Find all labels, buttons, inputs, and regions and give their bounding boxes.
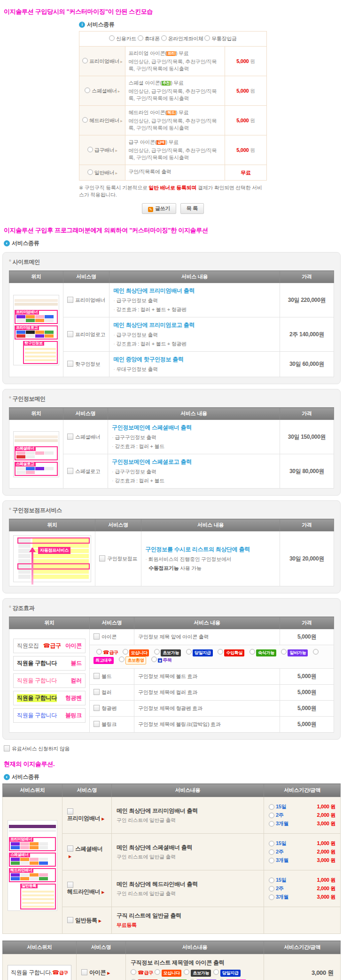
col-position: 위치 [9, 519, 95, 531]
red-arrow-icon: ▶ [69, 854, 71, 859]
top-service-block: i 서비스종류 신용카드 휴대폰 온라인계좌이체 무통장입금 프리미엄배너▸ 프… [79, 21, 267, 214]
price-value: 5,000 [236, 88, 249, 94]
thumb-premium-logo-area: 프리미엄로고 [15, 325, 58, 340]
radio-urgent-banner[interactable] [87, 147, 93, 152]
payment-mobile-label: 휴대폰 [145, 36, 160, 41]
red-arrow-icon: ▶ [101, 817, 104, 821]
jump-thumbnail: 자동점프서비스 [13, 535, 91, 582]
radio-online-transfer[interactable] [161, 35, 167, 41]
service-desc-line2: 메인상단, 급구인/직목록, 추천구인/직목록, 구인/직목록에 동시출력 [128, 88, 222, 102]
radio-badge-mosim[interactable] [155, 969, 160, 975]
red-arrow-icon: ▶ [99, 919, 101, 923]
price-free: 무료 [241, 170, 250, 175]
checkbox-color-effect[interactable] [94, 689, 100, 695]
checkbox-cur-icon[interactable] [81, 969, 87, 975]
service-name: 컬러 [101, 689, 111, 695]
checkbox-cur-special-banner[interactable] [67, 846, 73, 852]
radio-badge-chobo[interactable] [184, 969, 189, 975]
radio-headline-banner[interactable] [82, 117, 88, 123]
payment-method-row: 신용카드 휴대폰 온라인계좌이체 무통장입금 [79, 32, 267, 47]
service-desc: 스페셜 아이콘( [128, 80, 161, 86]
radio-badge-choego[interactable] [313, 649, 319, 655]
checkbox-cur-normal-register[interactable] [67, 917, 73, 923]
free-register-label: 무료등록 [117, 922, 259, 929]
join-main-thumbnail: 스페셜배너 스페셜로고 [13, 431, 59, 477]
radio-badge-suip[interactable] [218, 649, 223, 655]
checkbox-special-banner[interactable] [67, 434, 73, 440]
siren-icon: ☎ [138, 970, 144, 975]
radio-bank-deposit[interactable] [204, 35, 210, 41]
payment-bank-deposit-label: 무통장입금 [211, 36, 237, 41]
price: 30일 80,000원 [280, 454, 334, 489]
checkbox-premium-logo[interactable] [67, 331, 73, 337]
siren-icon: ☎ [52, 969, 59, 976]
thumb-special-banner-area: 스페셜배너 [9, 853, 56, 867]
service-headline: 메인 최상단에 프리미엄배너 출력 [113, 287, 276, 295]
service-bullet2: 강조효과 : 컬러 + 볼드 + 형광펜 [113, 306, 276, 313]
price: 30일 60,000원 [280, 352, 334, 377]
radio-premium-banner[interactable] [82, 58, 88, 63]
checkbox-icon-effect[interactable] [94, 633, 100, 640]
radio-badge-chobo[interactable] [154, 649, 160, 655]
checkbox-cur-premium-banner[interactable] [67, 808, 73, 814]
checkbox-bold-effect[interactable] [94, 673, 100, 679]
checkbox-no-paid-service[interactable] [4, 745, 10, 751]
checkbox-jump[interactable] [99, 555, 105, 561]
radio-badge-jumok[interactable] [151, 656, 157, 662]
jumok-icon: ◈ [158, 658, 162, 663]
radio-badge-gupgu[interactable] [96, 649, 102, 655]
table-row: 직원모집☎급구아이콘 직원을 구합니다볼드 직원을 구합니다컬러 직원을 구합니… [9, 629, 334, 645]
radio-badge-alba[interactable] [281, 649, 287, 655]
current-site-thumbnail: 프리미엄배너 스페셜배너 헤드라인배너 일반등록 [8, 820, 57, 911]
radio-badge-suksik[interactable] [249, 649, 255, 655]
thumb-label: 스페셜로고 [15, 462, 36, 466]
thumb-special-logo-area: 스페셜로고 [15, 462, 58, 476]
title-current: 현재의 이지솔루션. [4, 760, 343, 768]
checkbox-highlight-effect[interactable] [94, 705, 100, 711]
service-headline: 메인 중앙에 핫구인정보 출력 [113, 356, 276, 364]
no-paid-service-option[interactable]: 유료서비스 신청하지 않음 [4, 745, 343, 752]
service-bullet-icon: ◐ [4, 774, 10, 780]
radio-normal-banner[interactable] [87, 169, 93, 175]
checkbox-hot-info[interactable] [67, 361, 73, 367]
radio-duration-15d[interactable] [269, 841, 274, 846]
radio-mobile[interactable] [138, 35, 143, 41]
list-button[interactable]: 목 록 [180, 203, 204, 214]
col-position: 위치 [9, 408, 63, 420]
radio-badge-mosim[interactable] [123, 649, 128, 655]
radio-credit-card[interactable] [109, 35, 115, 41]
radio-duration-2w[interactable] [269, 886, 274, 892]
checkbox-premium-banner[interactable] [67, 297, 73, 303]
thumb-label: 프리미엄배너 [9, 837, 33, 842]
checkbox-blink-effect[interactable] [94, 721, 100, 727]
radio-duration-3m[interactable] [269, 858, 274, 863]
radio-badge-gupgu[interactable] [131, 969, 136, 975]
radio-duration-3m[interactable] [269, 894, 274, 900]
radio-duration-15d[interactable] [269, 877, 274, 883]
service-line2: 구인 리스트에 일반글 출력 [117, 854, 259, 861]
price: 3,000 원 [264, 954, 341, 980]
radio-duration-15d[interactable] [269, 804, 274, 810]
radio-special-banner[interactable] [85, 87, 90, 93]
service-headline: 메인 최상단에 프리미엄로고 출력 [113, 321, 276, 329]
col-position: 위치 [9, 617, 90, 629]
duration-price: 1,000 원 [317, 803, 335, 810]
registration-note: ※ 구인구직 등록시 기본적으로 일반 배너로 등록되며 결제가 확인되면 선택… [79, 184, 267, 198]
service-name: 아이콘 [101, 634, 117, 640]
duration-label: 3개월 [276, 820, 297, 827]
col-service-name: 서비스명 [63, 408, 108, 420]
service-bullet1: 급구구인정보 출력 [112, 468, 276, 475]
radio-badge-chobohwan[interactable] [119, 656, 125, 662]
radio-duration-2w[interactable] [269, 849, 274, 855]
section-title: 구인정보메인 [9, 395, 334, 403]
preview-color: 직원을 구합니다컬러 [13, 673, 86, 688]
radio-duration-2w[interactable] [269, 813, 274, 818]
checkbox-special-logo[interactable] [67, 468, 73, 474]
radio-badge-dangil[interactable] [186, 649, 192, 655]
checkbox-cur-headline-banner[interactable] [67, 882, 73, 888]
urgent-bubble-icon: 급매 [156, 140, 165, 145]
radio-duration-3m[interactable] [269, 821, 274, 827]
radio-badge-dangil[interactable] [213, 969, 219, 975]
write-button[interactable]: ✎글쓰기 [142, 203, 176, 214]
thumb-premium-banner-area: 프리미엄배너 [9, 837, 56, 851]
